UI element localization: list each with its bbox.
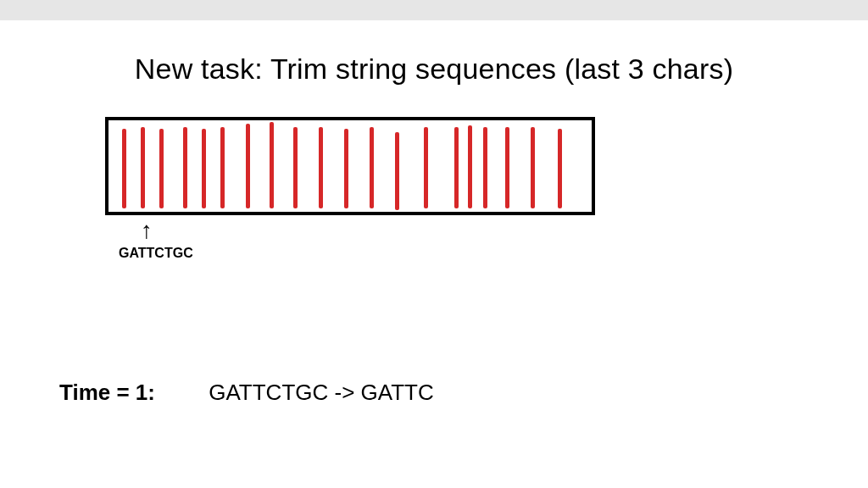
sequence-bar (344, 129, 348, 208)
sequence-bar (141, 127, 145, 208)
time-label: Time = 1: (59, 380, 155, 405)
slide-title: New task: Trim string sequences (last 3 … (0, 53, 868, 86)
sequence-bar (246, 124, 250, 208)
sequence-bar (395, 132, 399, 210)
sequence-bar (531, 127, 535, 208)
sequence-bar (468, 125, 472, 208)
pointer-arrow-icon: ↑ (141, 217, 153, 244)
sequence-bar (159, 129, 164, 208)
sequence-bar (370, 127, 374, 208)
slide-canvas: New task: Trim string sequences (last 3 … (0, 20, 868, 488)
time-value: GATTCTGC -> GATTC (209, 380, 434, 405)
sequence-bar (270, 122, 274, 208)
sequence-bar (424, 127, 428, 208)
time-row: Time = 1: GATTCTGC -> GATTC (59, 380, 434, 406)
window-topbar (0, 0, 868, 20)
sequence-bar (183, 127, 187, 208)
sequence-bar (122, 129, 126, 208)
sequence-bar (202, 129, 206, 208)
sequence-bar (220, 127, 225, 208)
sequence-bar (319, 127, 323, 208)
sequence-bar (483, 127, 487, 208)
sequence-bar (454, 127, 459, 208)
sequence-bar (505, 127, 509, 208)
sequence-bar (293, 127, 298, 208)
sequence-bar (558, 129, 562, 208)
sequence-label: GATTCTGC (119, 246, 193, 261)
sequence-array-box (105, 117, 595, 215)
